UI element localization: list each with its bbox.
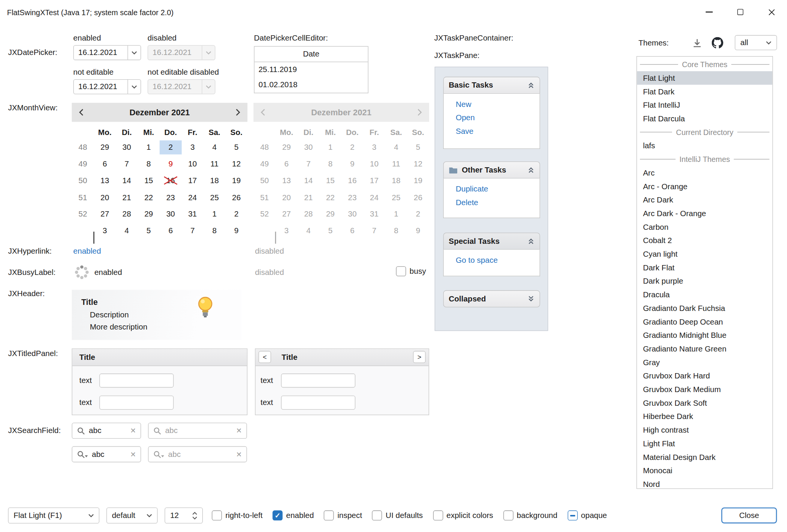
day-cell[interactable]: 7 (181, 224, 203, 238)
magnifier-menu-icon[interactable] (153, 450, 164, 458)
day-cell[interactable]: 7 (116, 157, 138, 171)
download-button[interactable] (692, 38, 703, 49)
day-cell[interactable]: 21 (116, 190, 138, 204)
task-link[interactable]: Duplicate (456, 185, 540, 194)
searchfield-2[interactable]: ✕ (148, 423, 247, 439)
day-cell[interactable]: 23 (160, 190, 182, 204)
day-cell[interactable]: 4 (116, 224, 138, 238)
theme-item[interactable]: Dracula (637, 288, 773, 301)
option-checkbox[interactable]: enabled (272, 510, 314, 520)
prev-month-button[interactable] (79, 109, 83, 116)
theme-item[interactable]: Core Themes (637, 58, 773, 71)
day-cell[interactable]: 31 (181, 207, 203, 221)
github-button[interactable] (712, 37, 723, 49)
datepicker-value[interactable]: 16.12.2021 (74, 82, 127, 91)
next-month-button[interactable] (236, 109, 241, 116)
font-size-spinner[interactable]: 12 (165, 507, 203, 523)
theme-item[interactable]: Arc (637, 166, 773, 180)
day-cell[interactable]: 2 (160, 140, 182, 154)
clear-x-icon[interactable]: ✕ (236, 427, 242, 435)
theme-item[interactable]: Gradianto Nature Green (637, 342, 773, 356)
day-cell[interactable]: 8 (203, 224, 225, 238)
theme-list[interactable]: Core ThemesFlat LightFlat DarkFlat Intel… (636, 56, 773, 489)
theme-item[interactable]: Gradianto Dark Fuchsia (637, 301, 773, 315)
clear-x-icon[interactable]: ✕ (236, 450, 242, 458)
theme-item[interactable]: Arc - Orange (637, 179, 773, 193)
day-cell[interactable]: 26 (225, 190, 247, 204)
theme-item[interactable]: Gruvbox Dark Medium (637, 383, 773, 396)
search-input[interactable] (165, 426, 233, 435)
day-cell[interactable]: 12 (225, 157, 247, 171)
task-link[interactable]: Go to space (456, 256, 540, 265)
datepicker-dropdown-button[interactable] (127, 80, 140, 94)
monthview-enabled[interactable]: Dezember 2021 Mo.Di.Mi.Do.Fr.Sa.So. 48 2… (72, 103, 247, 241)
theme-item[interactable]: Carbon (637, 220, 773, 234)
theme-item[interactable]: Material Design Dark (637, 450, 773, 464)
minimize-button[interactable] (694, 0, 725, 24)
day-cell[interactable]: 6 (160, 224, 182, 238)
busy-checkbox[interactable]: busy (396, 266, 426, 276)
day-cell[interactable]: 3 (94, 224, 116, 238)
theme-item[interactable]: Gruvbox Dark Soft (637, 396, 773, 410)
taskpane-header[interactable]: Other Tasks (443, 162, 540, 179)
day-cell[interactable]: 2 (225, 207, 247, 221)
double-chevron-up-icon[interactable] (527, 238, 535, 245)
day-cell[interactable]: 8 (138, 157, 160, 171)
day-cell[interactable]: 5 (225, 140, 247, 154)
theme-item[interactable]: lafs (637, 139, 773, 152)
theme-item[interactable]: Dark purple (637, 274, 773, 288)
search-input[interactable] (89, 426, 127, 435)
day-cell[interactable]: 27 (94, 207, 116, 221)
day-cell[interactable]: 22 (138, 190, 160, 204)
day-cell[interactable]: 10 (181, 157, 203, 171)
option-checkbox[interactable]: background (503, 510, 557, 520)
day-cell[interactable]: 6 (94, 157, 116, 171)
spinner-arrows[interactable] (192, 512, 197, 519)
double-chevron-up-icon[interactable] (527, 166, 535, 174)
theme-item[interactable]: Flat Darcula (637, 112, 773, 126)
datepicker-dropdown-button[interactable] (127, 46, 140, 60)
checkbox-box[interactable] (212, 510, 222, 520)
checkbox-box[interactable] (324, 510, 334, 520)
table-row[interactable]: 01.02.2018 (255, 77, 368, 93)
checkbox-box[interactable] (433, 510, 443, 520)
clear-x-icon[interactable]: ✕ (130, 450, 136, 458)
checkbox-box[interactable] (503, 510, 513, 520)
checkbox-box[interactable] (272, 510, 282, 520)
theme-item[interactable]: Arc Dark (637, 193, 773, 207)
theme-item[interactable]: Light Flat (637, 437, 773, 450)
theme-item[interactable]: Cyan light (637, 247, 773, 261)
theme-item[interactable]: Current Directory (637, 126, 773, 139)
day-cell[interactable]: 17 (181, 174, 203, 188)
datepicker-not-editable[interactable]: 16.12.2021 (73, 79, 141, 94)
searchfield-1[interactable]: ✕ (72, 423, 141, 439)
day-cell[interactable]: 9 (160, 157, 182, 171)
task-link[interactable]: Save (456, 127, 540, 136)
title-bar[interactable]: FlatSwingXTest (Java 17; system scale fa… (0, 0, 787, 24)
window-close-button[interactable] (756, 0, 787, 24)
search-input[interactable] (168, 450, 233, 459)
day-cell[interactable]: 30 (116, 140, 138, 154)
day-cell[interactable]: 16 (160, 174, 182, 188)
laf-combo[interactable]: Flat Light (F1) (8, 507, 99, 523)
option-checkbox[interactable]: right-to-left (212, 510, 263, 520)
taskpane-header[interactable]: Special Tasks (443, 233, 540, 250)
theme-item[interactable]: Dark Flat (637, 261, 773, 275)
theme-item[interactable]: Nord (637, 477, 773, 489)
theme-item[interactable]: Gradianto Midnight Blue (637, 328, 773, 342)
table-column-header[interactable]: Date (255, 47, 368, 62)
day-cell[interactable]: 1 (138, 140, 160, 154)
day-cell[interactable]: 19 (225, 174, 247, 188)
titledpanel-left-button[interactable]: < (258, 351, 271, 363)
searchfield-4[interactable]: ✕ (148, 446, 247, 462)
day-cell[interactable]: 29 (94, 140, 116, 154)
theme-item[interactable]: Hiberbee Dark (637, 410, 773, 423)
theme-item[interactable]: Flat Light (637, 71, 773, 85)
double-chevron-down-icon[interactable] (527, 295, 535, 303)
option-checkbox[interactable]: opaque (567, 510, 607, 520)
taskpane-header[interactable]: Collapsed (443, 290, 540, 308)
day-cell[interactable]: 3 (181, 140, 203, 154)
day-cell[interactable]: 29 (138, 207, 160, 221)
day-cell[interactable]: 30 (160, 207, 182, 221)
theme-item[interactable]: Cobalt 2 (637, 234, 773, 247)
